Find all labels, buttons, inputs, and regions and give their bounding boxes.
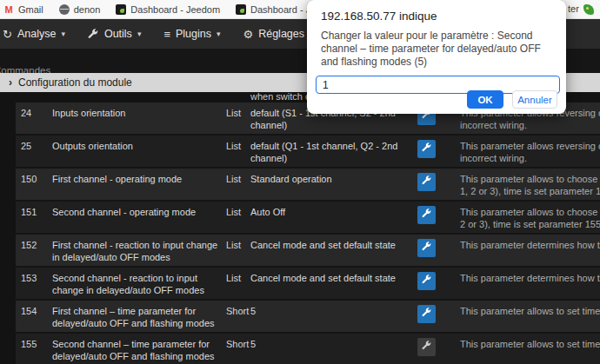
table-row-param-154: 154First channel – time parameter for de… xyxy=(16,301,600,334)
wrench-icon xyxy=(422,308,432,321)
param-type: List xyxy=(226,140,250,164)
param-description-line: This parameter allows to choose operat xyxy=(460,206,600,218)
param-description: This parameter allows to set time param xyxy=(460,305,600,329)
nav-menu-outils[interactable]: Outils▾ xyxy=(88,28,141,40)
param-value: 5 xyxy=(250,305,412,329)
param-edit-cell xyxy=(417,239,437,263)
jeedom-icon xyxy=(116,4,126,15)
nav-menu-label: Analyse xyxy=(17,28,56,40)
nav-menu-label: Réglages xyxy=(258,28,304,40)
param-id: 151 xyxy=(16,206,52,230)
wrench-icon xyxy=(422,242,432,255)
param-edit-cell xyxy=(417,272,437,296)
nav-menu-analyse[interactable]: ↻Analyse▾ xyxy=(3,28,65,41)
param-value: Auto Off xyxy=(250,206,412,230)
nav-menu-label: Outils xyxy=(104,28,132,40)
plant-icon xyxy=(583,4,594,15)
edit-param-button[interactable] xyxy=(417,140,436,158)
edit-param-button[interactable] xyxy=(417,305,436,323)
chevron-right-icon: › xyxy=(9,76,12,89)
bookmark-label: Gmail xyxy=(18,4,43,15)
param-value: default (Q1 - 1st channel, Q2 - 2nd chan… xyxy=(250,140,412,164)
param-value: 5 xyxy=(250,338,412,362)
param-description-line: 1, 2 or 3), time is set parameter 154 an… xyxy=(460,185,600,197)
nav-menu-plugins[interactable]: ≡Plugins▾ xyxy=(163,28,220,41)
table-row-param-151: 151Second channel - operating modeListAu… xyxy=(16,202,600,235)
param-edit-cell xyxy=(417,206,437,230)
dialog-message: Changer la valeur pour le paramètre : Se… xyxy=(321,30,550,69)
wrench-icon xyxy=(422,175,432,189)
parameters-table: when switch cl 24Inputs orientationListd… xyxy=(0,92,600,364)
analyse-icon: ↻ xyxy=(3,28,12,41)
param-edit-cell xyxy=(417,173,437,197)
tab-commandes[interactable]: Commandes xyxy=(0,65,50,73)
param-description-line: This parameter allows to set time param xyxy=(460,305,600,317)
param-description: This parameter allows reversing operatii… xyxy=(460,140,600,164)
plugins-icon: ≡ xyxy=(163,28,170,41)
param-id: 154 xyxy=(16,305,52,329)
chevron-down-icon: ▾ xyxy=(61,30,65,38)
param-description-line: This parameter determines how the dev xyxy=(460,239,600,251)
param-description-line: This parameter determines how the dev xyxy=(460,272,600,284)
param-description: This parameter allows to choose operat1,… xyxy=(460,173,600,197)
dialog-buttons: OK Annuler xyxy=(467,90,557,109)
wrench-icon xyxy=(422,142,432,156)
ok-button[interactable]: OK xyxy=(467,90,503,109)
section-title: Configuration du module xyxy=(18,76,132,89)
param-type: List xyxy=(226,173,250,197)
param-description-line: This parameter allows reversing operati xyxy=(460,140,600,152)
param-description: This parameter determines how the dev xyxy=(460,239,600,263)
nav-menu-label: Plugins xyxy=(176,28,211,40)
bookmark-label: denon xyxy=(74,4,101,15)
wrench-icon xyxy=(422,341,432,354)
browser-js-dialog: 192.168.50.77 indique Changer la valeur … xyxy=(307,0,566,114)
param-name: Second channel - reaction to input chang… xyxy=(52,272,226,296)
param-id: 155 xyxy=(16,338,52,362)
param-value: Cancel mode and set default state xyxy=(250,272,412,296)
gmail-icon: M xyxy=(3,4,14,15)
bookmark-item[interactable]: denon xyxy=(59,4,101,15)
param-name: First channel - reaction to input change… xyxy=(52,239,226,263)
param-id: 153 xyxy=(16,272,52,296)
bookmark-item[interactable]: Dashboard - Jeedom xyxy=(116,4,220,15)
param-edit-cell xyxy=(417,140,437,164)
bookmark-item[interactable] xyxy=(583,4,598,15)
cancel-button[interactable]: Annuler xyxy=(512,90,557,109)
param-edit-cell xyxy=(417,338,437,362)
bookmark-item[interactable]: MGmail xyxy=(3,4,43,15)
param-id: 150 xyxy=(16,173,52,197)
param-name: First channel – time parameter for delay… xyxy=(52,305,226,329)
table-row-param-153: 153Second channel - reaction to input ch… xyxy=(16,268,600,301)
param-name: Outputs orientation xyxy=(52,140,226,164)
edit-param-button[interactable] xyxy=(417,239,436,257)
param-type: List xyxy=(226,206,250,230)
table-row-param-155: 155Second channel – time parameter for d… xyxy=(16,334,600,364)
param-description-line: This parameter allows to set time param xyxy=(460,338,600,350)
nav-menu-rglages[interactable]: ⚙Réglages▾ xyxy=(243,28,314,41)
bookmark-item[interactable]: ter xyxy=(568,3,579,14)
param-description-line: This parameter allows to choose operat xyxy=(460,173,600,185)
table-row-param-150: 150First channel - operating modeListSta… xyxy=(16,169,600,202)
param-description: This parameter determines how the dev xyxy=(460,272,600,296)
param-value: Cancel mode and set default state xyxy=(250,239,412,263)
param-name: Second channel - operating mode xyxy=(52,206,226,230)
param-name: Inputs orientation xyxy=(52,107,226,131)
wrench-icon xyxy=(422,275,432,288)
edit-param-button[interactable] xyxy=(417,272,436,290)
param-description: This parameter allows to set time param xyxy=(460,338,600,362)
chevron-down-icon: ▾ xyxy=(217,30,221,38)
param-value: Standard operation xyxy=(250,173,412,197)
table-row-param-152: 152First channel - reaction to input cha… xyxy=(16,235,600,268)
edit-param-button[interactable] xyxy=(417,206,436,224)
param-description-line: incorrect wiring. xyxy=(460,152,600,164)
param-id: 25 xyxy=(16,140,52,164)
edit-param-button[interactable] xyxy=(417,338,436,356)
param-type: Short xyxy=(226,338,250,362)
param-type: List xyxy=(226,239,250,263)
wrench-icon xyxy=(88,29,99,40)
param-type: Short xyxy=(226,305,250,329)
param-description: This parameter allows to choose operat2 … xyxy=(460,206,600,230)
edit-param-button[interactable] xyxy=(417,173,436,191)
chevron-down-icon: ▾ xyxy=(137,30,142,38)
partial-row-value: when switch cl xyxy=(250,92,312,102)
